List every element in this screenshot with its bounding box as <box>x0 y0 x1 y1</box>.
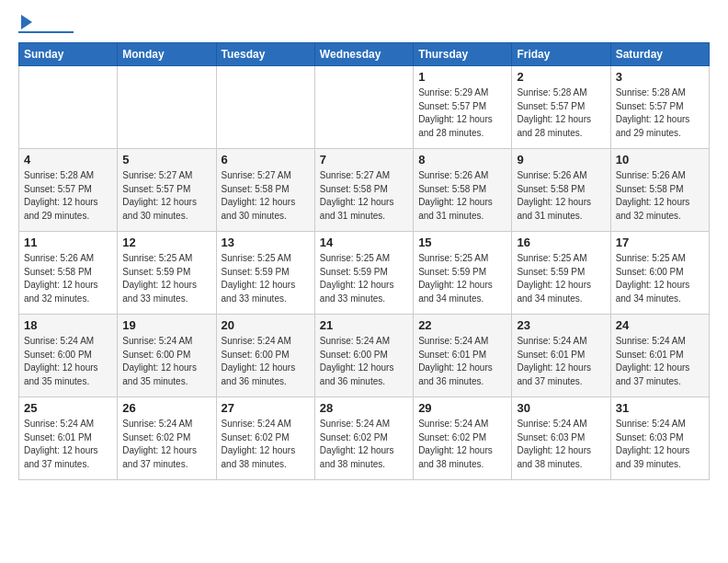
calendar-cell <box>118 66 216 149</box>
calendar-cell <box>314 66 413 149</box>
day-info: Sunrise: 5:26 AMSunset: 5:58 PMDaylight:… <box>517 169 605 223</box>
week-row-2: 4Sunrise: 5:28 AMSunset: 5:57 PMDaylight… <box>19 149 710 232</box>
day-info: Sunrise: 5:28 AMSunset: 5:57 PMDaylight:… <box>517 86 605 140</box>
day-number: 31 <box>616 401 704 415</box>
calendar-cell: 20Sunrise: 5:24 AMSunset: 6:00 PMDayligh… <box>216 315 314 397</box>
day-info: Sunrise: 5:24 AMSunset: 6:02 PMDaylight:… <box>122 418 210 471</box>
weekday-header-friday: Friday <box>512 43 610 66</box>
day-info: Sunrise: 5:26 AMSunset: 5:58 PMDaylight:… <box>418 169 506 223</box>
calendar-cell <box>216 66 314 149</box>
calendar-cell: 2Sunrise: 5:28 AMSunset: 5:57 PMDaylight… <box>512 66 610 149</box>
weekday-header-saturday: Saturday <box>610 43 709 66</box>
day-info: Sunrise: 5:24 AMSunset: 6:00 PMDaylight:… <box>222 335 310 388</box>
weekday-header-thursday: Thursday <box>414 43 512 66</box>
day-info: Sunrise: 5:26 AMSunset: 5:58 PMDaylight:… <box>24 252 112 305</box>
day-number: 8 <box>418 153 506 167</box>
day-number: 9 <box>517 153 605 167</box>
day-info: Sunrise: 5:24 AMSunset: 6:01 PMDaylight:… <box>418 335 506 388</box>
calendar-cell: 21Sunrise: 5:24 AMSunset: 6:00 PMDayligh… <box>314 315 413 397</box>
calendar-cell: 29Sunrise: 5:24 AMSunset: 6:02 PMDayligh… <box>414 397 512 480</box>
calendar-cell: 27Sunrise: 5:24 AMSunset: 6:02 PMDayligh… <box>216 397 314 480</box>
calendar-cell: 24Sunrise: 5:24 AMSunset: 6:01 PMDayligh… <box>610 315 709 397</box>
calendar-cell: 4Sunrise: 5:28 AMSunset: 5:57 PMDaylight… <box>19 149 118 232</box>
weekday-header-sunday: Sunday <box>19 43 118 66</box>
day-info: Sunrise: 5:28 AMSunset: 5:57 PMDaylight:… <box>24 169 112 223</box>
calendar-cell: 18Sunrise: 5:24 AMSunset: 6:00 PMDayligh… <box>19 315 118 397</box>
calendar-cell: 15Sunrise: 5:25 AMSunset: 5:59 PMDayligh… <box>414 232 512 315</box>
day-info: Sunrise: 5:25 AMSunset: 5:59 PMDaylight:… <box>517 252 605 305</box>
calendar-cell: 1Sunrise: 5:29 AMSunset: 5:57 PMDaylight… <box>414 66 512 149</box>
day-number: 24 <box>616 318 704 332</box>
week-row-5: 25Sunrise: 5:24 AMSunset: 6:01 PMDayligh… <box>19 397 710 480</box>
logo-arrow-icon <box>21 15 32 29</box>
calendar-cell: 8Sunrise: 5:26 AMSunset: 5:58 PMDaylight… <box>414 149 512 232</box>
day-info: Sunrise: 5:25 AMSunset: 5:59 PMDaylight:… <box>222 252 310 305</box>
page: SundayMondayTuesdayWednesdayThursdayFrid… <box>0 0 728 489</box>
day-number: 21 <box>320 318 408 332</box>
day-number: 29 <box>418 401 506 415</box>
day-number: 7 <box>320 153 408 167</box>
day-number: 30 <box>517 401 605 415</box>
day-number: 22 <box>418 318 506 332</box>
calendar-cell <box>19 66 118 149</box>
day-info: Sunrise: 5:24 AMSunset: 6:00 PMDaylight:… <box>122 335 210 388</box>
day-number: 2 <box>517 70 605 84</box>
day-info: Sunrise: 5:26 AMSunset: 5:58 PMDaylight:… <box>616 169 704 223</box>
day-number: 14 <box>320 236 408 249</box>
day-number: 5 <box>122 153 210 167</box>
calendar-cell: 19Sunrise: 5:24 AMSunset: 6:00 PMDayligh… <box>118 315 216 397</box>
calendar-cell: 14Sunrise: 5:25 AMSunset: 5:59 PMDayligh… <box>314 232 413 315</box>
weekday-header-monday: Monday <box>118 43 216 66</box>
day-number: 20 <box>222 318 310 332</box>
weekday-header-row: SundayMondayTuesdayWednesdayThursdayFrid… <box>19 43 710 66</box>
calendar-cell: 28Sunrise: 5:24 AMSunset: 6:02 PMDayligh… <box>314 397 413 480</box>
day-number: 12 <box>122 236 210 249</box>
calendar-cell: 23Sunrise: 5:24 AMSunset: 6:01 PMDayligh… <box>512 315 610 397</box>
calendar-cell: 13Sunrise: 5:25 AMSunset: 5:59 PMDayligh… <box>216 232 314 315</box>
day-info: Sunrise: 5:24 AMSunset: 6:00 PMDaylight:… <box>320 335 408 388</box>
day-number: 10 <box>616 153 704 167</box>
day-number: 27 <box>222 401 310 415</box>
weekday-header-wednesday: Wednesday <box>314 43 413 66</box>
day-number: 15 <box>418 236 506 249</box>
calendar-cell: 16Sunrise: 5:25 AMSunset: 5:59 PMDayligh… <box>512 232 610 315</box>
calendar-table: SundayMondayTuesdayWednesdayThursdayFrid… <box>18 42 710 480</box>
calendar-cell: 17Sunrise: 5:25 AMSunset: 6:00 PMDayligh… <box>610 232 709 315</box>
day-info: Sunrise: 5:25 AMSunset: 5:59 PMDaylight:… <box>320 252 408 305</box>
day-number: 16 <box>517 236 605 249</box>
week-row-3: 11Sunrise: 5:26 AMSunset: 5:58 PMDayligh… <box>19 232 710 315</box>
calendar-cell: 25Sunrise: 5:24 AMSunset: 6:01 PMDayligh… <box>19 397 118 480</box>
day-number: 28 <box>320 401 408 415</box>
day-number: 4 <box>24 153 112 167</box>
day-info: Sunrise: 5:27 AMSunset: 5:57 PMDaylight:… <box>122 169 210 223</box>
day-info: Sunrise: 5:29 AMSunset: 5:57 PMDaylight:… <box>418 86 506 140</box>
day-info: Sunrise: 5:24 AMSunset: 6:01 PMDaylight:… <box>616 335 704 388</box>
day-info: Sunrise: 5:25 AMSunset: 5:59 PMDaylight:… <box>122 252 210 305</box>
day-info: Sunrise: 5:27 AMSunset: 5:58 PMDaylight:… <box>222 169 310 223</box>
calendar-cell: 10Sunrise: 5:26 AMSunset: 5:58 PMDayligh… <box>610 149 709 232</box>
day-number: 18 <box>24 318 112 332</box>
calendar-cell: 22Sunrise: 5:24 AMSunset: 6:01 PMDayligh… <box>414 315 512 397</box>
day-number: 25 <box>24 401 112 415</box>
calendar-cell: 12Sunrise: 5:25 AMSunset: 5:59 PMDayligh… <box>118 232 216 315</box>
calendar-cell: 9Sunrise: 5:26 AMSunset: 5:58 PMDaylight… <box>512 149 610 232</box>
calendar-cell: 6Sunrise: 5:27 AMSunset: 5:58 PMDaylight… <box>216 149 314 232</box>
calendar-cell: 5Sunrise: 5:27 AMSunset: 5:57 PMDaylight… <box>118 149 216 232</box>
calendar-cell: 3Sunrise: 5:28 AMSunset: 5:57 PMDaylight… <box>610 66 709 149</box>
calendar-cell: 7Sunrise: 5:27 AMSunset: 5:58 PMDaylight… <box>314 149 413 232</box>
week-row-1: 1Sunrise: 5:29 AMSunset: 5:57 PMDaylight… <box>19 66 710 149</box>
calendar-cell: 26Sunrise: 5:24 AMSunset: 6:02 PMDayligh… <box>118 397 216 480</box>
weekday-header-tuesday: Tuesday <box>216 43 314 66</box>
day-number: 1 <box>418 70 506 84</box>
day-number: 6 <box>222 153 310 167</box>
day-info: Sunrise: 5:24 AMSunset: 6:03 PMDaylight:… <box>517 418 605 471</box>
day-number: 13 <box>222 236 310 249</box>
day-number: 26 <box>122 401 210 415</box>
day-number: 17 <box>616 236 704 249</box>
calendar-cell: 30Sunrise: 5:24 AMSunset: 6:03 PMDayligh… <box>512 397 610 480</box>
day-number: 11 <box>24 236 112 249</box>
day-info: Sunrise: 5:24 AMSunset: 6:01 PMDaylight:… <box>24 418 112 471</box>
day-info: Sunrise: 5:25 AMSunset: 5:59 PMDaylight:… <box>418 252 506 305</box>
day-info: Sunrise: 5:24 AMSunset: 6:02 PMDaylight:… <box>320 418 408 471</box>
calendar-cell: 11Sunrise: 5:26 AMSunset: 5:58 PMDayligh… <box>19 232 118 315</box>
